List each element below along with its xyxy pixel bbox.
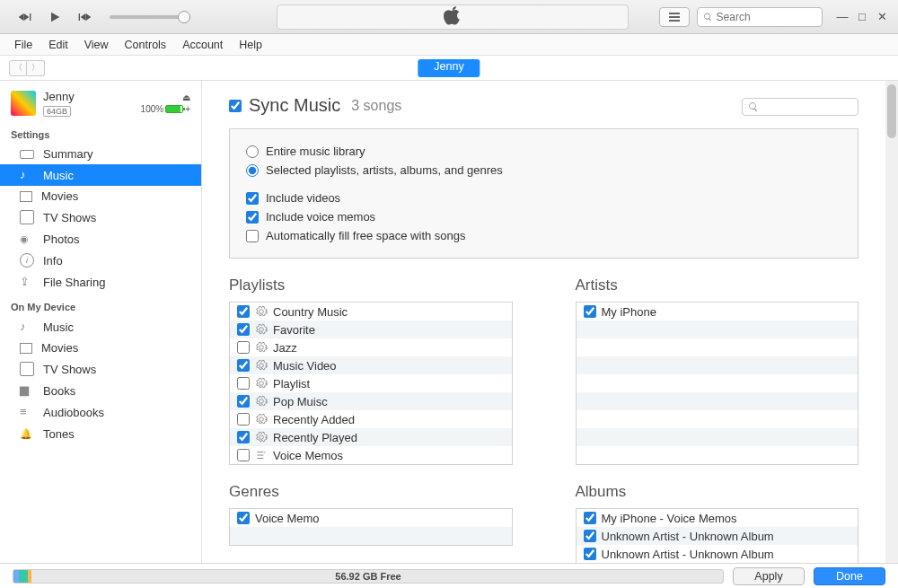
list-item[interactable]: Unknown Artist - Unknown Album — [577, 527, 858, 545]
sidebar-item-audiobooks[interactable]: Audiobooks — [0, 401, 201, 423]
list-item[interactable]: Voice Memo — [230, 509, 512, 527]
playlists-list: Country MusicFavoriteJazzMusic VideoPlay… — [229, 302, 513, 465]
list-item-label: Recently Played — [273, 431, 357, 444]
list-item-checkbox[interactable] — [237, 512, 250, 524]
opt-autofill-label: Automatically fill free space with songs — [266, 229, 466, 242]
opt-voicememos-label: Include voice memos — [266, 210, 375, 224]
sidebar-item-label: Tones — [43, 427, 75, 441]
menu-view[interactable]: View — [77, 37, 116, 53]
list-item-checkbox[interactable] — [584, 530, 596, 542]
play-button[interactable] — [43, 7, 66, 27]
done-button[interactable]: Done — [814, 567, 885, 585]
list-item-checkbox[interactable] — [237, 323, 250, 336]
list-item[interactable]: Unknown Artist - Unknown Album — [577, 545, 858, 563]
device-header[interactable]: Jenny 64GB ⏏ 100% + — [0, 86, 201, 120]
apply-button[interactable]: Apply — [733, 567, 805, 585]
opt-voicememos-checkbox[interactable] — [246, 211, 259, 224]
sync-search[interactable] — [742, 98, 858, 116]
list-item[interactable]: Voice Memos — [230, 446, 512, 464]
sidebar-item-file-sharing[interactable]: File Sharing — [0, 271, 201, 293]
sidebar-ondevice-header: On My Device — [0, 293, 201, 316]
sidebar-item-tones[interactable]: Tones — [0, 423, 201, 444]
sync-music-checkbox[interactable] — [229, 100, 242, 112]
maximize-button[interactable]: □ — [855, 10, 869, 23]
list-item-checkbox[interactable] — [237, 413, 250, 426]
sync-options-panel: Entire music library Selected playlists,… — [229, 128, 858, 259]
radio-selected-label: Selected playlists, artists, albums, and… — [266, 163, 503, 177]
list-item-checkbox[interactable] — [584, 548, 596, 560]
list-item-checkbox[interactable] — [237, 395, 250, 408]
volume-thumb[interactable] — [178, 11, 190, 23]
list-item-label: Pop Muisc — [273, 395, 328, 408]
minimize-button[interactable]: — — [835, 10, 850, 23]
radio-entire-library[interactable]: Entire music library — [246, 142, 841, 161]
list-item-checkbox[interactable] — [237, 431, 250, 443]
menu-controls[interactable]: Controls — [118, 37, 174, 53]
list-item[interactable]: My iPhone — [577, 303, 858, 320]
list-item[interactable]: Playlist — [230, 374, 512, 392]
view-list-button[interactable] — [659, 7, 690, 27]
menu-account[interactable]: Account — [175, 37, 230, 53]
opt-videos-checkbox[interactable] — [246, 192, 259, 205]
artists-header: Artists — [576, 276, 859, 294]
sidebar-item-music[interactable]: Music — [0, 164, 201, 186]
list-item-checkbox[interactable] — [237, 305, 250, 318]
radio-selected[interactable]: Selected playlists, artists, albums, and… — [246, 161, 841, 180]
eject-icon[interactable]: ⏏ — [182, 92, 190, 102]
scrollbar[interactable] — [885, 81, 898, 563]
list-item[interactable]: Recently Added — [230, 410, 512, 428]
back-button[interactable]: 〈 — [9, 60, 27, 76]
sidebar-item-books[interactable]: Books — [0, 380, 201, 401]
playback-controls — [0, 7, 190, 27]
global-search[interactable] — [697, 7, 823, 27]
menu-edit[interactable]: Edit — [41, 37, 75, 53]
menu-help[interactable]: Help — [232, 37, 269, 53]
list-item-empty — [577, 374, 858, 392]
sidebar-item-info[interactable]: iInfo — [0, 250, 201, 271]
sidebar-item-summary[interactable]: Summary — [0, 144, 201, 164]
apple-logo-icon — [443, 5, 462, 25]
global-search-input[interactable] — [717, 11, 816, 23]
device-crumb[interactable]: Jenny — [418, 59, 480, 77]
list-item[interactable]: Country Music — [230, 303, 512, 320]
opt-autofill-checkbox[interactable] — [246, 230, 259, 242]
menu-file[interactable]: File — [7, 37, 40, 53]
forward-button[interactable]: 〉 — [27, 60, 45, 76]
sync-music-title: Sync Music — [249, 95, 340, 116]
radio-selected-input[interactable] — [246, 164, 259, 177]
list-item-checkbox[interactable] — [584, 305, 596, 318]
sidebar-item-tv-shows[interactable]: TV Shows — [0, 358, 201, 380]
list-item-checkbox[interactable] — [584, 512, 596, 524]
radio-entire-input[interactable] — [246, 145, 259, 158]
opt-include-voice-memos[interactable]: Include voice memos — [246, 207, 841, 226]
sidebar: Jenny 64GB ⏏ 100% + Settings SummaryMusi… — [0, 81, 202, 563]
list-item[interactable]: Pop Muisc — [230, 392, 512, 410]
list-item[interactable]: Recently Played — [230, 428, 512, 446]
opt-include-videos[interactable]: Include videos — [246, 189, 841, 207]
titlebar: — □ ✕ — [0, 0, 898, 34]
list-item-empty — [577, 338, 858, 356]
list-item-checkbox[interactable] — [237, 449, 250, 461]
scrollbar-thumb[interactable] — [887, 84, 896, 138]
sidebar-item-label: Summary — [43, 147, 93, 161]
sidebar-item-movies[interactable]: Movies — [0, 338, 201, 358]
list-item-label: Jazz — [273, 341, 297, 355]
list-item[interactable]: Jazz — [230, 338, 512, 356]
list-item-label: Voice Memo — [255, 512, 320, 525]
opt-autofill[interactable]: Automatically fill free space with songs — [246, 226, 841, 245]
sidebar-item-music[interactable]: Music — [0, 316, 201, 338]
sidebar-item-photos[interactable]: Photos — [0, 228, 201, 250]
previous-button[interactable] — [14, 7, 38, 27]
list-item-checkbox[interactable] — [237, 377, 250, 390]
list-item[interactable]: Music Video — [230, 356, 512, 374]
list-item-checkbox[interactable] — [237, 359, 250, 372]
list-item[interactable]: My iPhone - Voice Memos — [577, 509, 858, 527]
list-item[interactable]: Favorite — [230, 320, 512, 338]
sidebar-item-tv-shows[interactable]: TV Shows — [0, 206, 201, 228]
volume-slider[interactable] — [110, 15, 190, 19]
next-button[interactable] — [72, 7, 95, 27]
sidebar-item-movies[interactable]: Movies — [0, 186, 201, 206]
list-item-checkbox[interactable] — [237, 341, 250, 354]
close-button[interactable]: ✕ — [875, 10, 889, 23]
device-name: Jenny — [43, 90, 134, 103]
